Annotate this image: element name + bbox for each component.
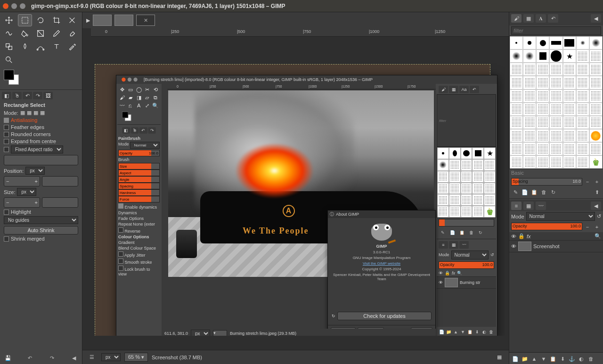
zoom-tool-icon[interactable]	[2, 54, 16, 66]
brush-item[interactable]	[536, 103, 549, 116]
n-lasso-icon[interactable]: ◯	[135, 86, 143, 93]
raise-layer-icon[interactable]: ▲	[530, 355, 538, 363]
dyn-checkbox[interactable]	[118, 203, 123, 209]
n-layer-vis-icon[interactable]: 👁	[439, 280, 443, 285]
n-rect-icon[interactable]: ▭	[127, 86, 134, 93]
auto-shrink-button[interactable]: Auto Shrink	[4, 226, 78, 235]
paths-tab-icon[interactable]: 〰	[536, 202, 546, 210]
n-layer-mode[interactable]: Normal	[451, 251, 489, 259]
brush-item[interactable]	[576, 49, 589, 63]
smooth-checkbox[interactable]	[118, 259, 123, 264]
brush-item[interactable]	[536, 116, 549, 129]
aspect-slider[interactable]: Aspect	[118, 170, 160, 176]
about-link[interactable]: Visit the GIMP website	[363, 261, 400, 266]
brush-item[interactable]	[549, 76, 562, 89]
n-mode-reset-icon[interactable]: ↺	[490, 252, 494, 257]
menu-options-icon[interactable]: ◀	[70, 354, 78, 362]
edit-brush-icon[interactable]: ✎	[511, 188, 520, 196]
brush-item[interactable]	[536, 89, 549, 103]
color-swatches[interactable]	[4, 70, 23, 87]
position-unit[interactable]: px	[25, 167, 45, 175]
save-options-icon[interactable]: 💾	[4, 354, 12, 362]
brush-item[interactable]	[536, 36, 549, 49]
spacing-plus-icon[interactable]: +	[593, 178, 601, 186]
mode-sub-icon[interactable]: ▦	[33, 110, 38, 116]
shrink-merged-checkbox[interactable]	[4, 236, 9, 242]
fonts-tab-icon[interactable]: 𝐀	[536, 14, 546, 23]
fixed-select[interactable]: Fixed Aspect ratio	[11, 146, 63, 154]
brush-item[interactable]	[563, 103, 576, 116]
brush-item[interactable]	[523, 116, 536, 129]
sb-menu-icon[interactable]: ☰	[86, 353, 98, 362]
n-edit-brush-icon[interactable]: ✎	[439, 228, 447, 237]
fixed-checkbox[interactable]	[4, 147, 9, 152]
window-maximize-icon[interactable]	[20, 3, 25, 9]
reverse-checkbox[interactable]	[118, 227, 123, 233]
brush-item[interactable]	[576, 129, 589, 142]
fg-color-swatch[interactable]	[4, 70, 14, 80]
nested-close-icon[interactable]	[122, 78, 125, 81]
anchor-layer-icon[interactable]: ⚓	[568, 355, 576, 363]
warp-tool-icon[interactable]	[2, 27, 16, 40]
n-opts-tab[interactable]: ◧	[122, 127, 130, 134]
brush-item[interactable]	[563, 63, 576, 76]
n-opacity-slider[interactable]: Opacity 100.0	[439, 261, 494, 269]
pencil-tool-icon[interactable]	[49, 27, 64, 40]
brush-item[interactable]	[510, 49, 523, 63]
brush-item[interactable]	[523, 76, 536, 89]
brush-item[interactable]	[549, 142, 562, 155]
n-layers-tab-icon[interactable]: ≡	[439, 241, 448, 249]
n-new-layer-icon[interactable]: 📄	[439, 328, 445, 336]
window-close-icon[interactable]	[3, 3, 8, 9]
new-brush-icon[interactable]: 📄	[521, 188, 529, 196]
free-select-tool-icon[interactable]	[33, 14, 48, 26]
brush-item[interactable]	[563, 142, 576, 155]
brush-item[interactable]	[576, 116, 589, 129]
n-layer-name[interactable]: Burning str	[460, 280, 481, 285]
new-layer-icon[interactable]: 📄	[511, 355, 520, 363]
antialiasing-checkbox[interactable]	[4, 118, 9, 123]
n-grad-icon[interactable]: ◨	[135, 94, 143, 101]
eraser-tool-icon[interactable]	[65, 27, 79, 40]
n-zoom-icon[interactable]: 🔍	[152, 102, 159, 109]
brush-item[interactable]	[523, 49, 536, 63]
brush-item[interactable]	[510, 103, 523, 116]
brush-item[interactable]	[576, 76, 589, 89]
brush-item[interactable]	[523, 89, 536, 103]
brush-item[interactable]	[576, 155, 589, 169]
del-options-icon[interactable]: ↷	[48, 354, 56, 362]
mode-int-icon[interactable]: ▦	[40, 110, 45, 116]
move-tool-icon[interactable]	[2, 14, 16, 26]
opacity-minus-icon[interactable]: −	[583, 223, 592, 231]
fixed-ratio-input[interactable]	[4, 155, 78, 165]
clone-tool-icon[interactable]	[2, 40, 16, 53]
refresh-brush-icon[interactable]: ↻	[549, 188, 557, 196]
size-h-input[interactable]	[42, 197, 78, 208]
brush-item[interactable]	[536, 129, 549, 142]
layer-name[interactable]: Screenshot	[533, 243, 560, 249]
n-move-icon[interactable]: ✥	[118, 86, 126, 93]
tool-options-tab-icon[interactable]: ◧	[2, 92, 11, 99]
layer-thumb[interactable]	[518, 242, 531, 251]
feather-checkbox[interactable]	[4, 125, 9, 130]
brush-item[interactable]	[589, 89, 603, 103]
playback-icon[interactable]: ▶	[86, 17, 90, 24]
patterns-tab-icon[interactable]: ▦	[523, 14, 534, 23]
n-dev-tab[interactable]: 🖱	[131, 127, 139, 134]
eye-icon[interactable]: 👁	[511, 234, 516, 239]
n-del-brush-icon[interactable]: 🗑	[467, 228, 475, 237]
undo-tab-icon[interactable]: ↶	[23, 92, 32, 99]
n-group-icon[interactable]: 📁	[446, 328, 452, 336]
brush-item[interactable]	[523, 103, 536, 116]
size-slider[interactable]: Size	[118, 163, 160, 170]
brush-item[interactable]	[563, 89, 576, 103]
path-tool-icon[interactable]	[33, 40, 48, 53]
expand-checkbox[interactable]	[4, 139, 9, 144]
brush-item[interactable]	[549, 129, 562, 142]
n-new-brush-icon[interactable]: 📄	[448, 228, 456, 237]
layers-menu-icon[interactable]: ◀	[591, 202, 601, 210]
n-spacing-slider[interactable]	[439, 219, 494, 226]
redo-tab-icon[interactable]: ↷	[33, 92, 42, 99]
close-tab-icon[interactable]: ✕	[136, 15, 155, 26]
brush-item[interactable]	[589, 36, 603, 49]
